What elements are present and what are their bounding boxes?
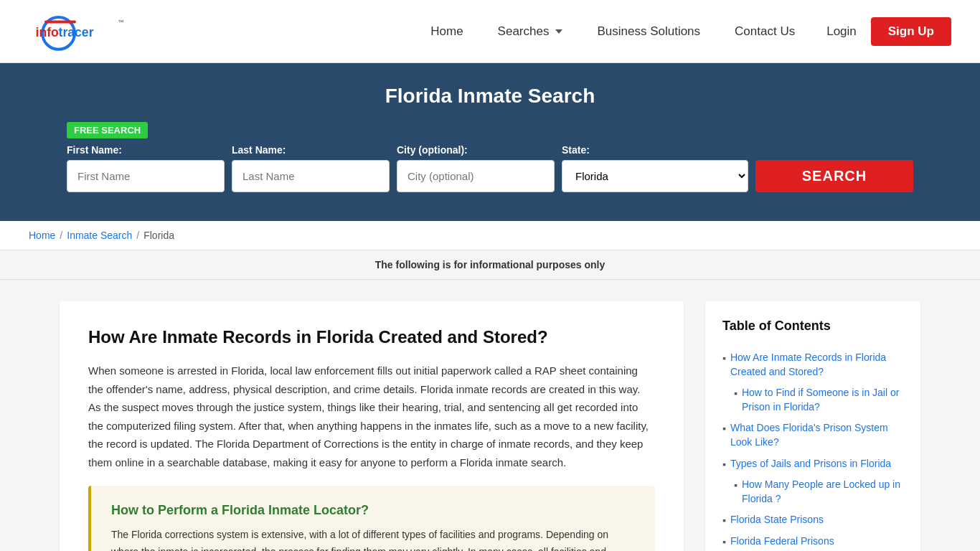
nav-business[interactable]: Business Solutions	[580, 24, 717, 39]
toc-item: ▪What Does Florida's Prison System Look …	[722, 421, 903, 449]
breadcrumb: Home / Inmate Search / Florida	[29, 230, 951, 241]
login-button[interactable]: Login	[812, 19, 871, 44]
toc-item: ▪How Many People are Locked up in Florid…	[722, 478, 903, 506]
state-select[interactable]: AlabamaAlaskaArizonaArkansasCaliforniaCo…	[562, 160, 748, 192]
svg-text:info: info	[36, 25, 59, 39]
toc-bullet-icon: ▪	[722, 458, 726, 470]
nav-searches[interactable]: Searches	[481, 24, 580, 39]
article-body: When someone is arrested in Florida, loc…	[88, 362, 655, 471]
breadcrumb-sep-1: /	[60, 230, 62, 241]
logo-area: info tracer ™	[29, 10, 143, 53]
toc-item: ▪How Are Inmate Records in Florida Creat…	[722, 351, 903, 379]
toc-link[interactable]: What Does Florida's Prison System Look L…	[730, 421, 903, 449]
city-label: City (optional):	[397, 144, 555, 156]
breadcrumb-florida: Florida	[143, 230, 174, 241]
breadcrumb-sep-2: /	[136, 230, 139, 241]
highlight-box: How to Perform a Florida Inmate Locator?…	[88, 486, 655, 551]
header: info tracer ™ Home Searches Business Sol…	[0, 0, 980, 63]
toc-item: ▪Florida State Prisons	[722, 513, 903, 527]
svg-text:™: ™	[118, 18, 124, 25]
breadcrumb-bar: Home / Inmate Search / Florida	[0, 221, 980, 250]
city-input[interactable]	[397, 160, 555, 192]
lastname-label: Last Name:	[232, 144, 390, 156]
toc-list: ▪How Are Inmate Records in Florida Creat…	[722, 351, 903, 551]
svg-text:tracer: tracer	[59, 25, 94, 39]
state-label: State:	[562, 144, 913, 156]
toc-link[interactable]: How Many People are Locked up in Florida…	[742, 478, 903, 506]
search-form-wrap: FREE SEARCH First Name: Last Name: City …	[67, 122, 913, 192]
breadcrumb-inmate-search[interactable]: Inmate Search	[67, 230, 132, 241]
toc-bullet-icon: ▪	[734, 479, 738, 491]
toc-bullet-icon: ▪	[722, 514, 726, 526]
logo: info tracer ™	[29, 10, 143, 53]
toc-bullet-icon: ▪	[722, 536, 726, 547]
firstname-label: First Name:	[67, 144, 225, 156]
toc-item: ▪How to Find if Someone is in Jail or Pr…	[722, 386, 903, 414]
info-notice: The following is for informational purpo…	[0, 250, 980, 280]
lastname-input[interactable]	[232, 160, 390, 192]
main-nav: Home Searches Business Solutions Contact…	[413, 17, 951, 46]
highlight-heading: How to Perform a Florida Inmate Locator?	[111, 503, 635, 518]
searches-chevron-icon	[555, 29, 562, 34]
toc-link[interactable]: How to Find if Someone is in Jail or Pri…	[742, 386, 903, 414]
signup-button[interactable]: Sign Up	[871, 17, 951, 46]
toc-link[interactable]: How Are Inmate Records in Florida Create…	[730, 351, 903, 379]
free-search-badge: FREE SEARCH	[67, 122, 148, 138]
toc-link[interactable]: Florida State Prisons	[730, 513, 824, 527]
nav-home[interactable]: Home	[413, 24, 480, 39]
firstname-input[interactable]	[67, 160, 225, 192]
toc-item: ▪Florida Federal Prisons	[722, 534, 903, 549]
toc-bullet-icon: ▪	[722, 352, 726, 364]
article-area: How Are Inmate Records in Florida Create…	[60, 301, 684, 551]
toc-link[interactable]: Florida Federal Prisons	[730, 534, 834, 549]
search-labels: First Name: Last Name: City (optional): …	[67, 144, 913, 156]
main-content: How Are Inmate Records in Florida Create…	[31, 280, 949, 551]
hero-section: Florida Inmate Search FREE SEARCH First …	[0, 63, 980, 221]
search-button[interactable]: SEARCH	[755, 160, 913, 192]
sidebar-toc: Table of Contents ▪How Are Inmate Record…	[705, 301, 920, 551]
toc-link[interactable]: Types of Jails and Prisons in Florida	[730, 457, 891, 471]
hero-title: Florida Inmate Search	[29, 85, 951, 108]
nav-contact[interactable]: Contact Us	[717, 24, 812, 39]
breadcrumb-home[interactable]: Home	[29, 230, 55, 241]
search-inputs: AlabamaAlaskaArizonaArkansasCaliforniaCo…	[67, 160, 913, 192]
toc-bullet-icon: ▪	[722, 423, 726, 434]
article-heading: How Are Inmate Records in Florida Create…	[88, 327, 655, 347]
toc-bullet-icon: ▪	[734, 387, 738, 399]
toc-title: Table of Contents	[722, 319, 903, 339]
highlight-body: The Florida corrections system is extens…	[111, 527, 635, 551]
toc-item: ▪Types of Jails and Prisons in Florida	[722, 457, 903, 471]
